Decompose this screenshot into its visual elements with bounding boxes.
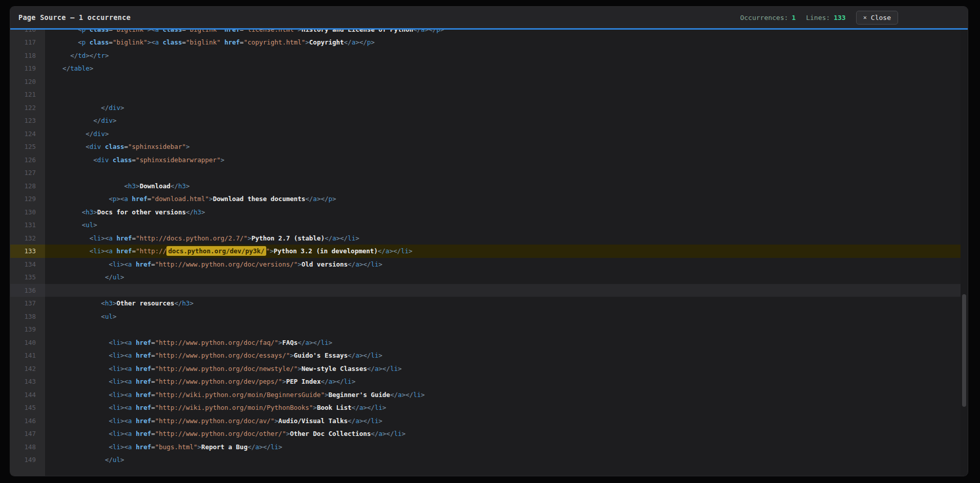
code-line: 147 <li><a href="http://www.python.org/d… (10, 427, 961, 441)
code-line-source: </table> (45, 62, 961, 75)
code-line-source: <h3>Docs for other versions</h3> (45, 206, 961, 219)
line-number: 143 (10, 375, 45, 388)
line-number: 131 (10, 218, 45, 232)
header-stats: Occurrences:1 Lines:133 ✕ Close (740, 11, 898, 25)
line-number: 118 (10, 49, 45, 62)
occurrences-value: 1 (792, 14, 796, 21)
code-line: 125 <div class="sphinxsidebar"> (10, 140, 961, 153)
line-number: 141 (10, 349, 45, 362)
scrollbar-thumb[interactable] (962, 294, 966, 407)
code-line-source: <ul> (45, 310, 961, 323)
line-number: 147 (10, 427, 45, 441)
code-line: 145 <li><a href="http://wiki.python.org/… (10, 401, 961, 414)
line-number: 138 (10, 310, 45, 323)
code-line-source: <li><a href="http://docs.python.org/2.7/… (45, 232, 961, 245)
line-number: 126 (10, 153, 45, 167)
line-number: 139 (10, 323, 45, 336)
code-line: 148 <li><a href="bugs.html">Report a Bug… (10, 441, 961, 454)
code-line: 132 <li><a href="http://docs.python.org/… (10, 232, 961, 245)
code-line: 137 <h3>Other resources</h3> (10, 297, 961, 310)
line-number: 116 (10, 30, 45, 36)
code-line: 128 <h3>Download</h3> (10, 180, 961, 193)
code-line-source (45, 323, 961, 336)
search-match-highlight: docs.python.org/dev/py3k/ (166, 246, 266, 256)
code-line-source (45, 75, 961, 89)
modal-title: Page Source — 1 occurrence (18, 13, 131, 21)
line-number: 129 (10, 192, 45, 206)
code-line: 131 <ul> (10, 218, 961, 232)
code-line-source: <div class="sphinxsidebar"> (45, 140, 961, 153)
code-line: 126 <div class="sphinxsidebarwrapper"> (10, 153, 961, 167)
line-number: 130 (10, 206, 45, 219)
code-line-source: <div class="sphinxsidebarwrapper"> (45, 153, 961, 167)
code-line: 142 <li><a href="http://www.python.org/d… (10, 362, 961, 376)
code-line-source: <li><a href="http://www.python.org/doc/n… (45, 362, 961, 376)
line-number: 137 (10, 297, 45, 310)
line-number: 125 (10, 140, 45, 153)
code-line: 144 <li><a href="http://wiki.python.org/… (10, 388, 961, 402)
close-button[interactable]: ✕ Close (856, 11, 898, 25)
line-number: 133 (10, 245, 45, 258)
code-line-source: </td></tr> (45, 49, 961, 62)
code-line: 143 <li><a href="http://www.python.org/d… (10, 375, 961, 388)
code-line: 149 </ul> (10, 453, 961, 467)
code-line-source: <h3>Download</h3> (45, 180, 961, 193)
code-line-source: <li><a href="http://www.python.org/doc/a… (45, 414, 961, 428)
code-line-source: <li><a href="http://wiki.python.org/moin… (45, 401, 961, 414)
code-line-source (45, 284, 961, 297)
line-number: 145 (10, 401, 45, 414)
code-line-source: <p class="biglink"><a class="biglink" hr… (45, 36, 961, 49)
code-line: 135 </ul> (10, 271, 961, 284)
code-line-source: <li><a href="http://www.python.org/doc/o… (45, 427, 961, 441)
close-icon: ✕ (863, 14, 867, 21)
line-number: 120 (10, 75, 45, 89)
code-line: 120 (10, 75, 961, 89)
code-line-source: <li><a href="http://docs.python.org/dev/… (45, 245, 961, 258)
line-number: 124 (10, 127, 45, 141)
code-line: 123 </div> (10, 114, 961, 127)
code-line-source: <ul> (45, 218, 961, 232)
code-line: 140 <li><a href="http://www.python.org/d… (10, 336, 961, 349)
code-line-source: <li><a href="bugs.html">Report a Bug</a>… (45, 441, 961, 454)
code-line-source: </ul> (45, 453, 961, 467)
line-number: 140 (10, 336, 45, 349)
occurrences-stat: Occurrences:1 (740, 14, 796, 21)
code-line-source: </div> (45, 114, 961, 127)
code-line: 122 </div> (10, 101, 961, 115)
code-line-source: </div> (45, 127, 961, 141)
code-line: 118 </td></tr> (10, 49, 961, 62)
line-number: 135 (10, 271, 45, 284)
code-line-source: <p class="biglink"><a class="biglink" hr… (45, 30, 961, 36)
code-line: 116 <p class="biglink"><a class="biglink… (10, 30, 961, 36)
line-number: 117 (10, 36, 45, 49)
page-source-modal: Page Source — 1 occurrence Occurrences:1… (10, 7, 968, 476)
code-line: 141 <li><a href="http://www.python.org/d… (10, 349, 961, 362)
code-line: 117 <p class="biglink"><a class="biglink… (10, 36, 961, 49)
line-number: 148 (10, 441, 45, 454)
line-number: 144 (10, 388, 45, 402)
line-number: 119 (10, 62, 45, 75)
code-line-source: <li><a href="http://wiki.python.org/moin… (45, 388, 961, 402)
code-line-source: <li><a href="http://www.python.org/doc/f… (45, 336, 961, 349)
code-line-source: <li><a href="http://www.python.org/dev/p… (45, 375, 961, 388)
code-line-source: <p><a href="download.html">Download thes… (45, 192, 961, 206)
code-rows: 116 <p class="biglink"><a class="biglink… (10, 30, 961, 467)
code-line-source: </div> (45, 101, 961, 115)
code-line: 121 (10, 88, 961, 101)
code-line-highlighted: 133 <li><a href="http://docs.python.org/… (10, 245, 961, 258)
line-number: 127 (10, 166, 45, 180)
code-line: 136 (10, 284, 961, 297)
lines-stat: Lines:133 (806, 14, 845, 21)
lines-value: 133 (834, 14, 845, 21)
code-line: 127 (10, 166, 961, 180)
scrollbar-track[interactable] (961, 30, 968, 476)
source-code-viewport[interactable]: 116 <p class="biglink"><a class="biglink… (10, 30, 968, 476)
code-line: 139 (10, 323, 961, 336)
code-line-source (45, 166, 961, 180)
line-number: 146 (10, 414, 45, 428)
line-number: 121 (10, 88, 45, 101)
code-line: 129 <p><a href="download.html">Download … (10, 192, 961, 206)
code-line-source: <li><a href="http://www.python.org/doc/v… (45, 258, 961, 271)
code-line: 138 <ul> (10, 310, 961, 323)
occurrences-label: Occurrences: (740, 14, 788, 21)
